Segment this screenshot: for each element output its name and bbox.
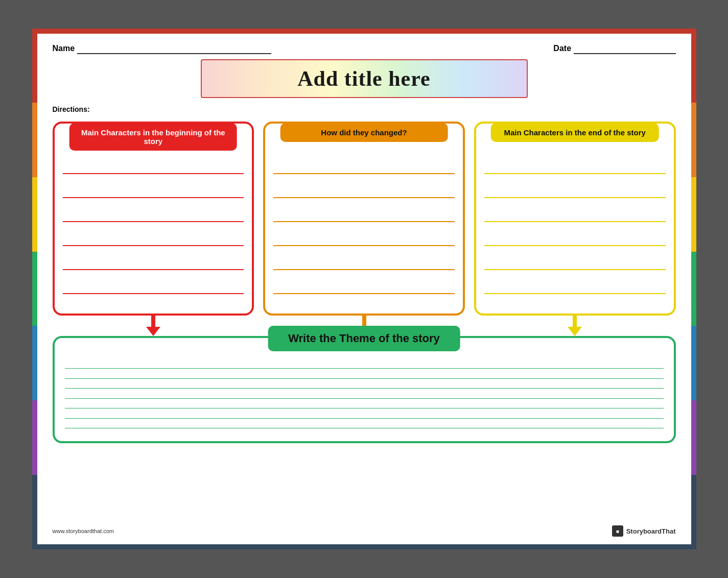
bottom-write-line	[65, 388, 664, 389]
write-line	[273, 293, 455, 294]
outer-border: Name Date Add title here Directions: Mai…	[32, 29, 696, 549]
date-field: Date	[553, 44, 675, 54]
inner-page: Name Date Add title here Directions: Mai…	[37, 34, 691, 544]
brand-name: StoryboardThat	[626, 527, 676, 535]
bottom-write-line	[65, 427, 664, 428]
bottom-section: Write the Theme of the story	[53, 336, 676, 521]
logo-icon: ■	[612, 525, 623, 537]
col-end-header: Main Characters in the end of the story	[491, 123, 659, 142]
theme-box	[53, 336, 676, 443]
write-line	[484, 245, 666, 246]
write-line	[63, 173, 244, 174]
arrow-down-icon	[568, 316, 582, 336]
write-line	[273, 221, 455, 222]
write-line	[484, 173, 666, 174]
name-field: Name	[53, 44, 271, 54]
write-line	[273, 173, 455, 174]
bottom-write-line	[65, 398, 664, 399]
title-banner[interactable]: Add title here	[201, 59, 528, 98]
title-banner-wrap: Add title here	[53, 59, 676, 98]
theme-label: Write the Theme of the story	[268, 326, 460, 351]
arrow-col-3	[474, 316, 676, 336]
bottom-write-line	[65, 418, 664, 419]
write-line	[63, 197, 244, 198]
write-line	[484, 293, 666, 294]
write-line	[63, 245, 244, 246]
col-end-lines	[484, 161, 666, 305]
bottom-write-line	[65, 378, 664, 379]
storyboardthat-logo: ■ StoryboardThat	[612, 525, 676, 537]
bottom-write-line	[65, 368, 664, 369]
footer-website: www.storyboardthat.com	[53, 528, 114, 534]
svg-marker-1	[146, 327, 160, 336]
arrow-down-icon	[146, 316, 160, 336]
col-beginning-lines	[63, 161, 244, 305]
write-line	[273, 269, 455, 270]
date-underline	[574, 44, 676, 54]
date-label: Date	[553, 44, 571, 53]
col-end: Main Characters in the end of the story	[474, 122, 676, 316]
name-underline	[77, 44, 271, 54]
write-line	[63, 293, 244, 294]
svg-marker-5	[568, 327, 582, 336]
write-line	[63, 221, 244, 222]
col-changed-lines	[273, 161, 455, 305]
arrow-col-1	[53, 316, 254, 336]
col-beginning-header: Main Characters in the beginning of the …	[69, 123, 238, 151]
write-line	[484, 221, 666, 222]
footer: www.storyboardthat.com ■ StoryboardThat	[53, 525, 676, 537]
col-beginning: Main Characters in the beginning of the …	[53, 122, 254, 316]
directions-label: Directions:	[53, 105, 676, 113]
bottom-write-line	[65, 408, 664, 409]
write-line	[273, 245, 455, 246]
header-row: Name Date	[53, 44, 676, 54]
name-label: Name	[53, 44, 75, 53]
write-line	[484, 269, 666, 270]
page-title: Add title here	[227, 66, 501, 91]
write-line	[484, 197, 666, 198]
col-changed-header: How did they changed?	[280, 123, 448, 142]
col-changed: How did they changed?	[263, 122, 465, 316]
three-column-section: Main Characters in the beginning of the …	[53, 122, 676, 316]
write-line	[63, 269, 244, 270]
write-line	[273, 197, 455, 198]
